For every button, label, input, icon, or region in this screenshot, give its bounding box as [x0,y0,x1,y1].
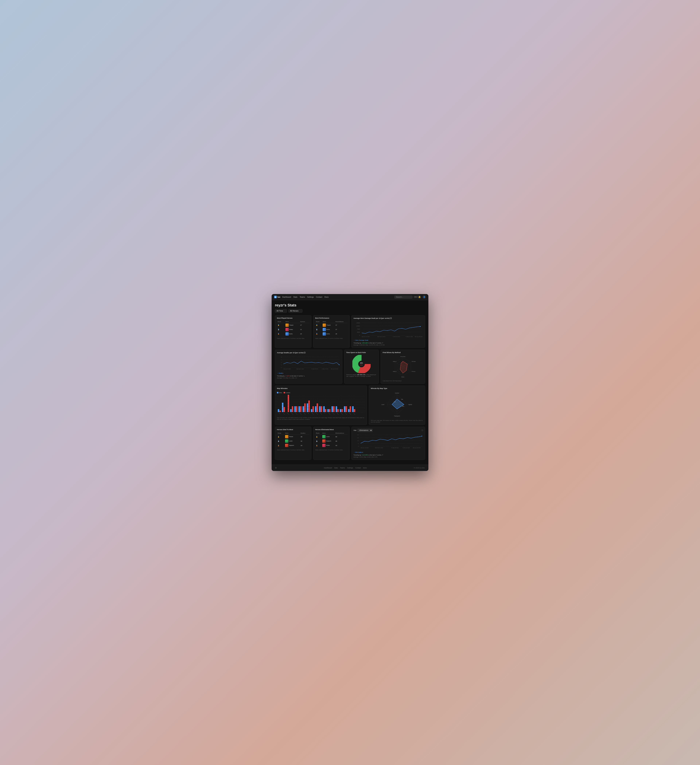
app-window: lux Dashboard Stats Teams Settings Conta… [272,294,428,471]
winrate-map-type-note: Wins per map type. 0% means no wins, 100… [371,420,423,423]
footer-docs[interactable]: Docs [363,467,367,469]
svg-text:Fri Mar 08 2024: Fri Mar 08 2024 [311,368,318,370]
hero-cell: Tracer [285,323,300,327]
svg-text:Busan: Busan [278,412,281,415]
svg-text:44%: 44% [360,362,363,364]
svg-text:Rialto: Rialto [307,412,309,414]
search-input[interactable] [394,296,413,299]
svg-text:Flashpoint: Flashpoint [394,416,400,417]
map-winrates-chart: Busan King's Row Suravasa Runasapi Lijia… [277,395,365,414]
footer-icon: ⚙ [275,467,277,469]
deaths-card: Average Deaths per 10 (per scrim) ⓘ 8 6 … [275,349,342,384]
footer-dashboard[interactable]: Dashboard [324,467,332,469]
hero-filter[interactable]: All Heroes [289,309,303,313]
brand-icon [274,296,277,298]
svg-text:Secondary: Secondary [400,356,405,357]
svg-text:80%: 80% [402,406,404,407]
footer-stats[interactable]: Stats [334,467,338,469]
svg-text:18: 18 [357,437,359,438]
svg-rect-73 [321,406,322,412]
user-avatar[interactable]: 👤 [423,295,426,299]
eliminations-stats: Average: 15.52 | Max: 22.82 | Min: 9.78 [353,456,423,458]
rank-cell: 🥈 [277,327,285,332]
nav-stats[interactable]: Stats [293,296,298,298]
best-perf-footnote: Stats collected from 17 scrims in all ti… [315,338,348,339]
heroes-died-card: Heroes Died To Most Rank Hero Deaths 🥇Tr… [275,427,311,460]
nav-menu: Dashboard Stats Teams Settings Contact D… [282,296,394,298]
table-row: 🥉Sojourn29 [277,443,309,448]
svg-text:60%: 60% [394,401,396,403]
map-winrates-title: Map Winrates [277,387,365,389]
svg-text:Runasapi: Runasapi [291,412,294,415]
footer-contact[interactable]: Contact [355,467,361,469]
svg-text:Fri Mar 08 2024: Fri Mar 08 2024 [393,336,400,337]
col-finalblows: Final Blows [335,321,348,323]
hero-damage-stats: Average: 6,850.96 | Max: 12,079.76 | Min… [353,344,423,346]
svg-rect-53 [279,411,281,412]
svg-rect-79 [333,406,335,412]
nav-teams[interactable]: Teams [300,296,305,298]
stat-dropdown[interactable]: Eliminations [358,429,373,432]
notification-icon[interactable]: 🔔 [418,295,421,299]
brand[interactable]: lux [274,296,281,298]
svg-text:Mon Apr 08 2024: Mon Apr 08 2024 [413,447,421,449]
svg-text:6: 6 [358,443,359,444]
heroes-died-table: Rank Hero Deaths 🥇Tracer48 🥈Lúcio32 [277,432,309,448]
heroes-elim-table: Rank Hero Eliminations 🥇Lúcio50 🥈Sojourn… [315,432,348,448]
nav-contact[interactable]: Contact [316,296,322,298]
hero-damage-title: Average Hero Damage Dealt per 10 (per sc… [353,317,423,320]
svg-text:Blizzard World: Blizzard World [336,412,341,415]
most-played-table: Rank Hero Games 🥇 Tracer 17 🥈 [277,321,309,336]
radar-chart: Secondary Ultimate Primary Melee Ability… [383,355,423,379]
rank-cell: 🥇 [277,323,285,327]
svg-text:Fri Mar 22 2024: Fri Mar 22 2024 [322,368,328,370]
nav-dashboard[interactable]: Dashboard [282,296,291,298]
table-row: 🥇Lúcio50 [315,434,348,439]
svg-text:Escort: Escort [382,404,384,405]
svg-text:56%: 56% [360,364,363,366]
hero-damage-link[interactable]: → Hero Damage Dealt [353,339,368,341]
svg-text:Wed Jan 24 2024: Wed Jan 24 2024 [284,368,291,370]
svg-rect-69 [312,406,314,412]
svg-text:10500: 10500 [356,325,360,327]
time-filter[interactable]: All Time [275,309,287,313]
svg-text:Antarctic Pen.: Antarctic Pen. [303,412,307,415]
svg-text:Wed Jan 24 2024: Wed Jan 24 2024 [361,447,369,449]
col-rank: Rank [315,321,322,323]
eliminations-link[interactable]: → Eliminations [353,452,363,453]
map-row: Map Winrates Wins Losses [275,386,425,425]
svg-text:Control: Control [395,392,399,394]
footer-copyright: © 2024 lux.dev. [414,467,425,469]
svg-rect-85 [345,406,347,412]
footer-teams[interactable]: Teams [340,467,345,469]
most-played-card: Most Played Heroes Rank Hero Games 🥇 Tra… [275,315,311,348]
footer-nav: Dashboard Stats Teams Settings Contact D… [324,467,367,469]
table-row: 🥇Tracer17 [315,323,348,327]
pie-chart: 44% 56% [346,355,377,373]
heroes-elim-title: Heroes Eliminated Most [315,429,348,431]
svg-rect-74 [323,406,325,412]
svg-text:Suzhou: Suzhou [315,412,318,415]
svg-text:0: 0 [359,335,360,336]
nav-docs[interactable]: Docs [325,296,329,298]
deaths-link[interactable]: → Deaths [277,372,284,374]
most-played-footnote: Stats collected from 17 scrims in all ti… [277,338,309,339]
table-row: 🥈Sojourn46 [315,439,348,443]
svg-point-27 [339,365,340,365]
table-row: 🥈Echo17 [315,327,348,332]
nav-settings[interactable]: Settings [307,296,314,298]
final-blows-note: Calculated from 332 final blows [383,380,423,382]
map-legend: Wins Losses [277,391,365,394]
col-games: Games [300,321,309,323]
main-content: reyzr's Stats All Time All Heroes Most P… [272,300,428,464]
svg-text:Ability 1: Ability 1 [393,361,397,362]
final-blows-card: Final Blows By Method [381,349,425,384]
hero-damage-card: Average Hero Damage Dealt per 10 (per sc… [352,315,425,348]
svg-text:Wed Jan 24 2024: Wed Jan 24 2024 [362,336,369,337]
svg-text:Shambali: Shambali [353,412,356,415]
footer-settings[interactable]: Settings [347,467,353,469]
svg-rect-87 [350,406,351,412]
col-hero: Hero [322,321,335,323]
table-row: 🥈 Kiriko 11 [277,327,309,332]
svg-point-35 [358,361,365,367]
